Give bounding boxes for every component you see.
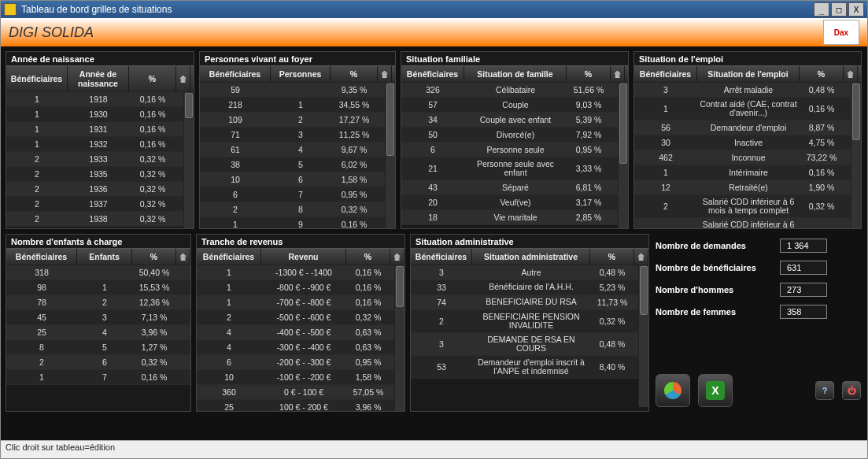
col-situation[interactable]: Situation de l'emploi [697,66,800,82]
table-row[interactable]: 33Bénéficiaire de l'A.H.H.5,23 % [411,280,648,295]
col-pct[interactable]: % [132,249,176,265]
table-row[interactable]: 50Divorcé(e)7,92 % [401,128,628,143]
scrollbar[interactable] [385,83,395,228]
table-row[interactable]: 98115,53 % [6,280,190,295]
table-row[interactable]: 219380,32 % [6,212,194,227]
table-row[interactable]: 3600 € - 100 €57,05 % [197,385,404,400]
trash-icon[interactable] [176,249,190,265]
table-row[interactable]: 119320,16 % [6,137,194,152]
col-situation[interactable]: Situation de famille [464,66,567,82]
col-pct[interactable]: % [567,66,611,82]
export-excel-button[interactable] [698,374,733,407]
table-row[interactable]: 3Arrêt maladie0,48 % [634,83,861,98]
table-body[interactable]: 3Autre0,48 %33Bénéficiaire de l'A.H.H.5,… [411,265,648,407]
table-row[interactable]: 3Autre0,48 % [411,265,648,280]
table-row[interactable]: 1Intérimaire0,16 % [634,165,861,180]
table-row[interactable]: 1-700 € - -800 €0,16 % [197,295,404,310]
table-row[interactable]: 10-100 € - -200 €1,58 % [197,370,404,385]
table-body[interactable]: 119180,16 %119300,16 %119310,16 %119320,… [6,92,194,228]
table-body[interactable]: 31850,40 %98115,53 %78212,36 %4537,13 %2… [6,265,190,411]
table-row[interactable]: 219350,32 % [6,167,194,182]
chart-button[interactable] [656,374,690,407]
table-row[interactable]: 34Couple avec enfant5,39 % [401,113,628,128]
table-row[interactable]: 6-200 € - -300 €0,95 % [197,355,404,370]
col-revenu[interactable]: Revenu [261,249,346,265]
col-beneficiaires[interactable]: Bénéficiaires [6,249,77,265]
table-row[interactable]: 851,27 % [6,340,190,355]
table-row[interactable]: 599,35 % [200,83,395,98]
table-row[interactable]: 2-500 € - -600 €0,32 % [197,310,404,325]
table-row[interactable]: 56Demandeur d'emploi8,87 % [634,120,861,135]
table-row[interactable]: 260,32 % [6,355,190,370]
close-button[interactable]: X [848,2,864,17]
table-body[interactable]: 3Arrêt maladie0,48 %1Contrat aidé (CAE, … [634,83,861,228]
scrollbar[interactable] [394,265,404,411]
table-body[interactable]: 326Célibataire51,66 %57Couple9,03 %34Cou… [401,83,628,228]
scrollbar[interactable] [638,265,648,407]
table-row[interactable]: 4-400 € - -500 €0,63 % [197,325,404,340]
table-row[interactable]: 670,95 % [200,187,395,202]
table-row[interactable]: 1-800 € - -900 €0,16 % [197,280,404,295]
table-row[interactable]: 53Demandeur d'emploi inscrit à l'ANPE et… [411,356,648,379]
col-pct[interactable]: % [800,66,844,82]
table-row[interactable]: 219360,32 % [6,182,194,197]
trash-icon[interactable] [844,66,858,82]
table-row[interactable]: 119310,16 % [6,122,194,137]
col-enfants[interactable]: Enfants [77,249,132,265]
col-situation[interactable]: Situation administrative [472,249,590,265]
col-beneficiaires[interactable]: Bénéficiaires [200,66,271,82]
table-row[interactable]: 30Inactive4,75 % [634,135,861,150]
table-body[interactable]: 1-1300 € - -14000,16 %1-800 € - -900 €0,… [197,265,404,411]
table-row[interactable]: 190,16 % [200,217,395,228]
table-row[interactable]: 21Personne seule avec enfant3,33 % [401,157,628,180]
table-row[interactable]: 31850,40 % [6,265,190,280]
table-row[interactable]: 3856,02 % [200,157,395,172]
table-row[interactable]: 462Inconnue73,22 % [634,150,861,165]
table-row[interactable]: 109217,27 % [200,113,395,128]
table-row[interactable]: 326Célibataire51,66 % [401,83,628,98]
col-beneficiaires[interactable]: Bénéficiaires [197,249,261,265]
exit-button[interactable]: ⏻ [842,381,861,400]
scrollbar[interactable] [851,83,861,228]
table-row[interactable]: 219330,32 % [6,152,194,167]
table-row[interactable]: 6Personne seule0,95 % [401,143,628,157]
table-row[interactable]: 78212,36 % [6,295,190,310]
table-row[interactable]: 1-1300 € - -14000,16 % [197,265,404,280]
scrollbar[interactable] [183,92,194,228]
table-row[interactable]: 119300,16 % [6,107,194,122]
col-pct[interactable]: % [346,249,390,265]
table-row[interactable]: 280,32 % [200,202,395,217]
table-row[interactable]: 57Couple9,03 % [401,98,628,113]
col-personnes[interactable]: Personnes [271,66,331,82]
table-row[interactable]: 12Retraité(e)1,90 % [634,180,861,195]
table-row[interactable]: 3DEMANDE DE RSA EN COURS0,48 % [411,333,648,356]
maximize-button[interactable]: □ [831,2,847,17]
table-row[interactable]: 219370,32 % [6,197,194,212]
table-row[interactable]: 18Vie maritale2,85 % [401,210,628,225]
table-row[interactable]: 4537,13 % [6,310,190,325]
table-row[interactable]: 74BENEFICIAIRE DU RSA11,73 % [411,295,648,310]
table-row[interactable]: 2543,96 % [6,325,190,340]
table-row[interactable]: 6149,67 % [200,143,395,157]
table-row[interactable]: 25100 € - 200 €3,96 % [197,400,404,411]
trash-icon[interactable] [634,249,648,265]
col-pct[interactable]: % [331,66,378,82]
col-beneficiaires[interactable]: Bénéficiaires [634,66,697,82]
col-beneficiaires[interactable]: Bénéficiaires [6,66,68,91]
scrollbar[interactable] [618,83,628,228]
table-row[interactable]: 1Contrat aidé (CAE, contrat d'avenir...)… [634,98,861,120]
table-row[interactable]: 1061,58 % [200,172,395,187]
trash-icon[interactable] [176,66,190,91]
table-row[interactable]: 170,16 % [6,370,190,385]
table-row[interactable]: 20Veuf(ve)3,17 % [401,195,628,210]
table-body[interactable]: 599,35 %218134,55 %109217,27 %71311,25 %… [200,83,395,228]
col-pct[interactable]: % [129,66,176,91]
trash-icon[interactable] [390,249,404,265]
col-beneficiaires[interactable]: Bénéficiaires [411,249,472,265]
table-row[interactable]: 2BENEFICIAIRE PENSION INVALIDITE0,32 % [411,310,648,333]
trash-icon[interactable] [378,66,392,82]
col-beneficiaires[interactable]: Bénéficiaires [401,66,464,82]
table-row[interactable]: 119180,16 % [6,92,194,107]
col-pct[interactable]: % [590,249,634,265]
col-annee[interactable]: Année de naissance [68,66,129,91]
